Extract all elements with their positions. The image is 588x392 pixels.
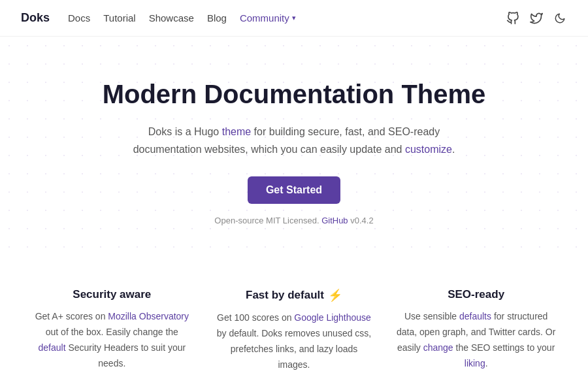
twitter-icon[interactable] — [529, 11, 544, 25]
customize-link[interactable]: customize — [405, 144, 452, 155]
nav-icon-group — [506, 11, 567, 25]
feature-fast-title: Fast by default ⚡ — [214, 288, 375, 302]
feature-seo-title: SEO-ready — [395, 288, 557, 301]
nav-showcase[interactable]: Showcase — [149, 12, 194, 24]
feature-seo-desc: Use sensible defaults for structured dat… — [395, 309, 557, 371]
dark-mode-icon[interactable] — [553, 11, 567, 25]
defaults-link[interactable]: defaults — [459, 311, 491, 321]
default-link[interactable]: default — [38, 342, 65, 353]
nav-tutorial[interactable]: Tutorial — [103, 12, 135, 24]
chevron-down-icon: ▾ — [292, 14, 296, 22]
feature-fast-desc: Get 100 scores on Google Lighthouse by d… — [214, 310, 375, 372]
navbar: Doks Docs Tutorial Showcase Blog Communi… — [0, 0, 588, 37]
hero-section: Modern Documentation Theme Doks is a Hug… — [0, 37, 588, 257]
nav-community-label: Community — [240, 12, 289, 24]
feature-security-title: Security aware — [31, 288, 193, 301]
google-lighthouse-link[interactable]: Google Lighthouse — [294, 312, 371, 323]
version-text: v0.4.2 — [350, 216, 373, 225]
feature-fast: Fast by default ⚡ Get 100 scores on Goog… — [214, 288, 375, 372]
nav-blog[interactable]: Blog — [207, 12, 227, 24]
get-started-button[interactable]: Get Started — [248, 176, 340, 204]
feature-security: Security aware Get A+ scores on Mozilla … — [31, 288, 193, 372]
hero-content: Modern Documentation Theme Doks is a Hug… — [21, 78, 567, 225]
github-icon[interactable] — [506, 11, 520, 25]
feature-seo: SEO-ready Use sensible defaults for stru… — [395, 288, 557, 372]
github-link[interactable]: GitHub — [321, 216, 348, 225]
feature-security-desc: Get A+ scores on Mozilla Observatory out… — [31, 309, 193, 371]
lightning-icon: ⚡ — [328, 288, 342, 302]
features-section: Security aware Get A+ scores on Mozilla … — [0, 257, 588, 392]
hero-subtext: Open-source MIT Licensed. GitHub v0.4.2 — [21, 216, 567, 225]
mozilla-observatory-link[interactable]: Mozilla Observatory — [108, 311, 189, 321]
liking-link[interactable]: liking — [465, 358, 485, 368]
logo[interactable]: Doks — [21, 11, 50, 25]
nav-docs[interactable]: Docs — [68, 12, 90, 24]
change-link[interactable]: change — [423, 342, 453, 353]
nav-community[interactable]: Community ▾ — [240, 12, 296, 24]
theme-link[interactable]: theme — [222, 126, 251, 137]
hero-description: Doks is a Hugo theme for building secure… — [124, 123, 464, 158]
hero-title: Modern Documentation Theme — [21, 78, 567, 110]
nav-links: Docs Tutorial Showcase Blog Community ▾ — [68, 12, 506, 24]
license-text: Open-source MIT Licensed. — [214, 216, 319, 225]
